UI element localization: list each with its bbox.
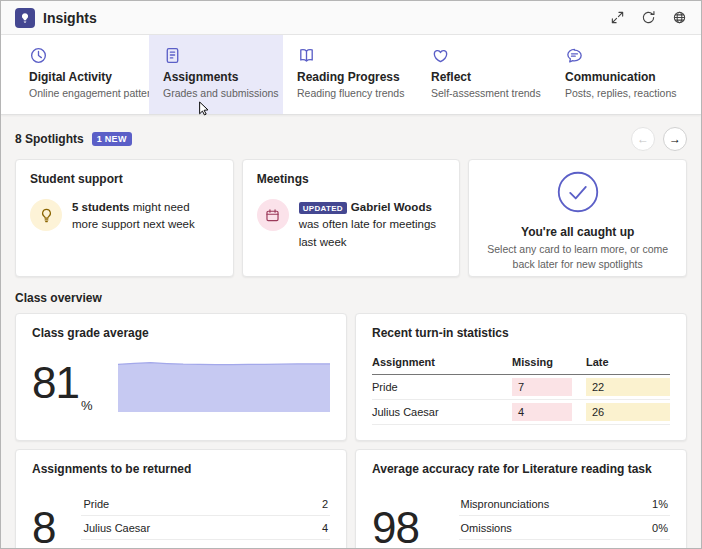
- card-title: Class grade average: [32, 326, 330, 340]
- meetings-icon-circle: [257, 199, 289, 231]
- tab-assignments[interactable]: Assignments Grades and submissions: [149, 35, 283, 114]
- tab-label: Reflect: [431, 70, 537, 84]
- caught-up-subtitle: Select any card to learn more, or come b…: [483, 242, 672, 272]
- support-icon-circle: [30, 199, 62, 231]
- card-body: 81 %: [32, 344, 330, 422]
- globe-icon[interactable]: [671, 10, 687, 26]
- grade-average-value: 81: [32, 358, 79, 408]
- list-item: Pride 2: [81, 492, 330, 516]
- updated-badge: UPDATED: [299, 202, 347, 214]
- item-label: Pride: [83, 498, 109, 510]
- spotlights-nav: ← →: [631, 127, 687, 151]
- spotlight-cards: Student support 5 students might need mo…: [15, 159, 687, 277]
- accuracy-rate-card[interactable]: Average accuracy rate for Literature rea…: [355, 449, 687, 549]
- item-label: Omissions: [461, 522, 512, 534]
- spotlight-card-student-support[interactable]: Student support 5 students might need mo…: [15, 159, 234, 277]
- card-title: Recent turn-in statistics: [372, 326, 670, 340]
- tab-reading-progress[interactable]: Reading Progress Reading fluency trends: [283, 35, 417, 114]
- item-value: 2: [322, 498, 328, 510]
- refresh-icon[interactable]: [640, 10, 656, 26]
- spotlight-card-meetings[interactable]: Meetings UPDATEDGabriel Woods was often …: [242, 159, 461, 277]
- heart-icon: [431, 46, 537, 65]
- rest-text: was often late for meetings last week: [299, 218, 436, 247]
- late-count: 22: [586, 378, 670, 396]
- tab-label: Communication: [565, 70, 671, 84]
- expand-icon[interactable]: [609, 10, 625, 26]
- col-late: Late: [586, 356, 670, 368]
- next-arrow-icon[interactable]: →: [663, 127, 687, 151]
- list-item: Omissions 0%: [459, 516, 670, 540]
- card-body: 8 Pride 2 Julius Caesar 4 2 More 2: [32, 480, 330, 549]
- class-overview-title: Class overview: [15, 291, 687, 305]
- turn-in-stats-card[interactable]: Recent turn-in statistics Assignment Mis…: [355, 313, 687, 441]
- item-value: 0%: [652, 522, 668, 534]
- clock-icon: [29, 46, 135, 65]
- tab-subtitle: Reading fluency trends: [297, 87, 403, 99]
- table-row: Julius Caesar 4 26: [372, 400, 670, 425]
- card-title: Assignments to be returned: [32, 462, 330, 476]
- lightbulb-icon: [38, 207, 55, 224]
- notebook-icon: [163, 46, 269, 65]
- table-header: Assignment Missing Late: [372, 350, 670, 375]
- caught-up-title: You're all caught up: [521, 225, 634, 239]
- item-label: Insertions: [461, 546, 509, 549]
- spotlights-title: 8 Spotlights: [15, 132, 84, 146]
- col-missing: Missing: [512, 356, 572, 368]
- prev-arrow-icon[interactable]: ←: [631, 127, 655, 151]
- new-badge: 1 NEW: [92, 132, 132, 146]
- insights-window: Insights Digital Activity Online engagem…: [0, 0, 702, 549]
- item-value: 1%: [652, 546, 668, 549]
- grade-trend-area-chart: [118, 354, 330, 412]
- lightbulb-icon: [19, 12, 31, 24]
- chat-bubble-icon: [565, 46, 671, 65]
- check-circle-icon: [556, 170, 600, 218]
- assignment-name: Pride: [372, 381, 498, 393]
- list-item: Mispronunciations 1%: [459, 492, 670, 516]
- card-body: 98 % Mispronunciations 1% Omissions 0% I…: [372, 480, 670, 549]
- grade-average-card[interactable]: Class grade average 81 %: [15, 313, 347, 441]
- tab-subtitle: Posts, replies, reactions: [565, 87, 671, 99]
- list-item: Insertions 1%: [459, 540, 670, 549]
- highlight-text: 5 students: [72, 201, 130, 213]
- table-row: Pride 7 22: [372, 375, 670, 400]
- card-body: UPDATEDGabriel Woods was often late for …: [257, 199, 446, 251]
- col-assignment: Assignment: [372, 356, 498, 368]
- tab-subtitle: Online engagement patterns: [29, 87, 135, 99]
- insights-app-icon: [15, 8, 35, 28]
- tab-reflect[interactable]: Reflect Self-assessment trends: [417, 35, 551, 114]
- app-header: Insights: [1, 1, 701, 35]
- item-value: 4: [322, 522, 328, 534]
- card-title: Meetings: [257, 172, 446, 186]
- grade-average-unit: %: [81, 398, 93, 413]
- tab-label: Assignments: [163, 70, 269, 84]
- to-be-returned-value: 8: [32, 503, 55, 549]
- accuracy-value: 98: [372, 503, 419, 549]
- main-content: 8 Spotlights 1 NEW ← → Student support 5…: [1, 115, 701, 549]
- card-title: Average accuracy rate for Literature rea…: [372, 462, 670, 476]
- card-text: UPDATEDGabriel Woods was often late for …: [299, 199, 446, 251]
- highlight-text: Gabriel Woods: [351, 201, 432, 213]
- tab-label: Digital Activity: [29, 70, 135, 84]
- card-body: 5 students might need more support next …: [30, 199, 219, 234]
- tab-digital-activity[interactable]: Digital Activity Online engagement patte…: [15, 35, 149, 114]
- calendar-icon: [264, 207, 281, 224]
- spotlights-header: 8 Spotlights 1 NEW ← →: [15, 127, 687, 151]
- accuracy-list: Mispronunciations 1% Omissions 0% Insert…: [459, 492, 670, 549]
- item-label: Julius Caesar: [83, 522, 150, 534]
- tab-communication[interactable]: Communication Posts, replies, reactions: [551, 35, 685, 114]
- item-label: Mispronunciations: [461, 498, 550, 510]
- tab-subtitle: Grades and submissions: [163, 87, 269, 99]
- card-text: 5 students might need more support next …: [72, 199, 219, 234]
- card-title: Student support: [30, 172, 219, 186]
- spotlight-card-caught-up[interactable]: You're all caught up Select any card to …: [468, 159, 687, 277]
- to-be-returned-card[interactable]: Assignments to be returned 8 Pride 2 Jul…: [15, 449, 347, 549]
- list-item: Julius Caesar 4: [81, 516, 330, 540]
- overview-grid: Class grade average 81 % Recent turn-in …: [15, 313, 687, 549]
- missing-count: 4: [512, 403, 572, 421]
- open-book-icon: [297, 46, 403, 65]
- item-value: 2: [322, 546, 328, 549]
- assignment-name: Julius Caesar: [372, 406, 498, 418]
- list-item: 2 More 2: [81, 540, 330, 549]
- tab-label: Reading Progress: [297, 70, 403, 84]
- missing-count: 7: [512, 378, 572, 396]
